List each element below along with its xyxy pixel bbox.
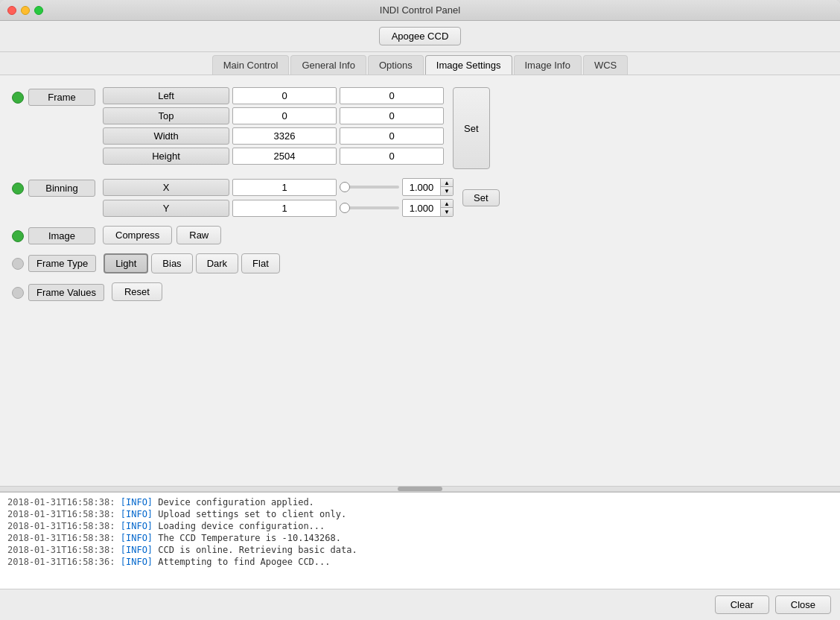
raw-button[interactable]: Raw: [176, 226, 221, 244]
reset-button[interactable]: Reset: [112, 282, 162, 301]
x-input[interactable]: [232, 179, 337, 196]
x-label: X: [103, 179, 229, 196]
y-spin-down[interactable]: ▼: [441, 208, 453, 216]
tab-main-control[interactable]: Main Control: [212, 55, 290, 75]
tab-options[interactable]: Options: [368, 55, 424, 75]
compress-button[interactable]: Compress: [103, 226, 172, 244]
traffic-lights: [7, 6, 43, 15]
log-entry-5: 2018-01-31T16:58:38: [INFO] CCD is onlin…: [7, 545, 833, 555]
log-entry-2: 2018-01-31T16:58:38: [INFO] Upload setti…: [7, 509, 833, 519]
binning-row-y: Y ▲ ▼: [103, 199, 454, 217]
frame-fields-wrapper: Left Top Width: [103, 87, 490, 169]
titlebar: INDI Control Panel: [0, 0, 840, 21]
left-input1[interactable]: [232, 87, 337, 104]
height-input1[interactable]: [232, 148, 337, 165]
frame-section: Frame Left Top: [12, 87, 828, 169]
tab-image-settings[interactable]: Image Settings: [425, 55, 512, 75]
y-spin-up[interactable]: ▲: [441, 200, 453, 208]
scrollbar-hint: [0, 486, 840, 492]
log-msg-3: Loading device configuration...: [158, 521, 325, 531]
maximize-traffic-light[interactable]: [34, 6, 43, 15]
x-spin-down[interactable]: ▼: [441, 187, 453, 195]
image-buttons: Compress Raw: [103, 226, 226, 244]
frame-type-buttons: Light Bias Dark Flat: [104, 253, 280, 273]
image-label: Image: [28, 227, 95, 244]
frame-values-indicator: [12, 287, 24, 299]
top-label: Top: [103, 107, 229, 124]
x-slider[interactable]: [340, 186, 399, 189]
height-label: Height: [103, 148, 229, 165]
binning-label: Binning: [28, 180, 95, 197]
binning-fields-wrapper: X ▲ ▼: [103, 178, 500, 217]
bottom-bar: Clear Close: [0, 589, 840, 620]
width-input2[interactable]: [340, 127, 444, 145]
top-input1[interactable]: [232, 107, 337, 124]
main-content-area: Frame Left Top: [0, 75, 840, 486]
frame-type-indicator: [12, 258, 24, 270]
log-msg-4: The CCD Temperature is -10.143268.: [158, 533, 341, 543]
scroll-thumb[interactable]: [398, 487, 442, 491]
log-ts-6: 2018-01-31T16:58:36:: [7, 557, 115, 567]
height-input2[interactable]: [340, 148, 444, 165]
frame-row-left: Left: [103, 87, 444, 104]
x-spin-up[interactable]: ▲: [441, 179, 453, 187]
binning-set-button[interactable]: Set: [462, 189, 500, 206]
frame-row-width: Width: [103, 127, 444, 145]
y-spinbox: ▲ ▼: [402, 199, 454, 217]
log-msg-5: CCD is online. Retrieving basic data.: [158, 545, 357, 555]
log-level-3: [INFO]: [121, 521, 153, 531]
tab-image-info[interactable]: Image Info: [514, 55, 582, 75]
y-input[interactable]: [232, 200, 337, 217]
log-level-6: [INFO]: [121, 557, 153, 567]
frame-row-height: Height: [103, 148, 444, 165]
width-label: Width: [103, 127, 229, 145]
y-spin-arrows: ▲ ▼: [440, 200, 453, 216]
x-spin-input[interactable]: [403, 180, 440, 194]
light-button[interactable]: Light: [104, 253, 148, 273]
tab-general-info[interactable]: General Info: [290, 55, 366, 75]
frame-grid: Left Top Width: [103, 87, 444, 169]
frame-values-section: Frame Values Reset: [12, 282, 828, 301]
frame-indicator: [12, 92, 24, 104]
frame-set-container: Set: [448, 87, 490, 169]
binning-content: X ▲ ▼: [103, 178, 454, 217]
log-ts-4: 2018-01-31T16:58:38:: [7, 533, 115, 543]
frame-label: Frame: [28, 89, 95, 106]
y-spin-input[interactable]: [403, 201, 440, 215]
tab-wcs[interactable]: WCS: [583, 55, 628, 75]
log-ts-3: 2018-01-31T16:58:38:: [7, 521, 115, 531]
tab-bar: Main Control General Info Options Image …: [0, 52, 840, 75]
close-traffic-light[interactable]: [7, 6, 16, 15]
width-input1[interactable]: [232, 127, 337, 145]
frame-type-section: Frame Type Light Bias Dark Flat: [12, 253, 828, 273]
log-msg-2: Upload settings set to client only.: [158, 509, 346, 519]
toolbar: Apogee CCD: [0, 21, 840, 52]
clear-button[interactable]: Clear: [715, 595, 769, 614]
y-slider-container: [340, 206, 399, 209]
log-ts-2: 2018-01-31T16:58:38:: [7, 509, 115, 519]
minimize-traffic-light[interactable]: [21, 6, 30, 15]
bias-button[interactable]: Bias: [151, 253, 192, 273]
frame-set-button[interactable]: Set: [453, 87, 490, 169]
frame-values-label: Frame Values: [28, 284, 104, 301]
close-button[interactable]: Close: [775, 595, 831, 614]
frame-row-top: Top: [103, 107, 444, 124]
dark-button[interactable]: Dark: [196, 253, 238, 273]
y-slider[interactable]: [340, 206, 399, 209]
main-window: INDI Control Panel Apogee CCD Main Contr…: [0, 0, 840, 620]
left-label: Left: [103, 87, 229, 104]
device-button[interactable]: Apogee CCD: [379, 27, 462, 45]
top-input2[interactable]: [340, 107, 444, 124]
flat-button[interactable]: Flat: [241, 253, 280, 273]
image-section: Image Compress Raw: [12, 226, 828, 244]
binning-section: Binning X ▲ ▼: [12, 178, 828, 217]
log-entry-3: 2018-01-31T16:58:38: [INFO] Loading devi…: [7, 521, 833, 531]
log-level-5: [INFO]: [121, 545, 153, 555]
x-spin-arrows: ▲ ▼: [440, 179, 453, 195]
log-level-2: [INFO]: [121, 509, 153, 519]
x-spinbox: ▲ ▼: [402, 178, 454, 196]
log-entry-1: 2018-01-31T16:58:38: [INFO] Device confi…: [7, 497, 833, 507]
log-entry-6: 2018-01-31T16:58:36: [INFO] Attempting t…: [7, 557, 833, 567]
log-msg-1: Device configuration applied.: [158, 497, 314, 507]
left-input2[interactable]: [340, 87, 444, 104]
